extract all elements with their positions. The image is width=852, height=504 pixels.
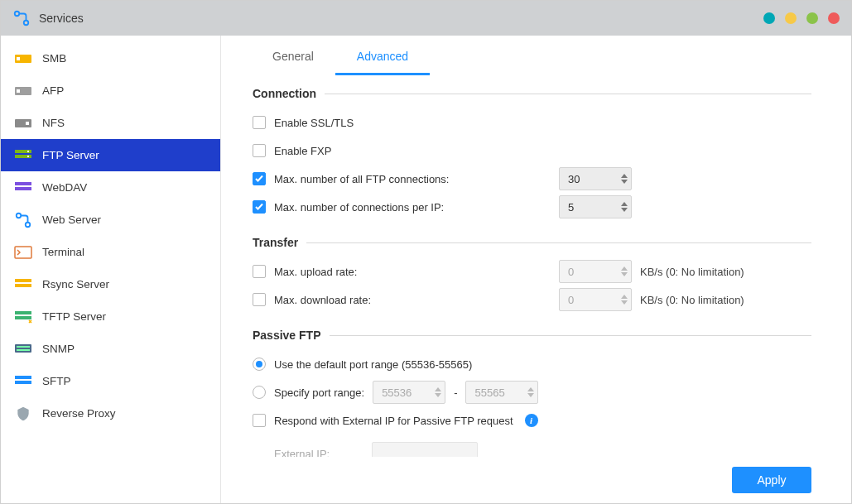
row-max-upload: Max. upload rate: 0 KB/s (0: No limitati… xyxy=(253,257,811,286)
row-respond-external-ip: Respond with External IP for Passive FTP… xyxy=(253,406,811,434)
suffix-upload: KB/s (0: No limitation) xyxy=(640,266,744,278)
content-scroll[interactable]: Connection Enable SSL/TLS Enable FXP Max… xyxy=(221,75,843,457)
snmp-icon xyxy=(14,343,32,356)
svg-rect-11 xyxy=(27,156,29,157)
window-dot-2[interactable] xyxy=(785,12,797,24)
sidebar-item-label: Rsync Server xyxy=(42,278,109,290)
tab-general[interactable]: General xyxy=(251,50,335,75)
sidebar-item-reverse-proxy[interactable]: Reverse Proxy xyxy=(1,397,220,430)
tabbar: General Advanced xyxy=(221,36,843,75)
titlebar-left: Services xyxy=(12,12,84,25)
spin-port-from[interactable]: 55536 xyxy=(373,381,445,404)
spin-max-upload[interactable]: 0 xyxy=(559,260,632,283)
sidebar-item-label: NFS xyxy=(42,117,65,129)
input-external-ip[interactable] xyxy=(372,442,478,457)
window-dot-3[interactable] xyxy=(806,12,818,24)
checkbox-max-download[interactable] xyxy=(253,293,266,306)
spin-max-download[interactable]: 0 xyxy=(559,288,632,311)
stepper-arrows-icon[interactable] xyxy=(527,387,534,397)
proxy-icon xyxy=(14,407,32,420)
services-window: Services SMB AFP NFS xyxy=(0,0,852,504)
legend-connection: Connection xyxy=(253,87,325,100)
ftp-icon xyxy=(14,149,32,162)
spin-max-all-value: 30 xyxy=(568,173,580,185)
nfs-icon xyxy=(14,117,32,130)
app-icon xyxy=(12,12,31,25)
row-external-ip: External IP: xyxy=(253,439,811,457)
sidebar-item-rsync-server[interactable]: Rsync Server xyxy=(1,268,220,300)
checkbox-respond-external-ip[interactable] xyxy=(253,414,266,427)
row-use-default-range: Use the default port range (55536-55565) xyxy=(253,350,811,378)
row-specify-range: Specify port range: 55536 - 55565 xyxy=(253,378,811,406)
spin-port-to[interactable]: 55565 xyxy=(465,381,538,404)
terminal-icon xyxy=(14,246,32,259)
checkbox-max-ip[interactable] xyxy=(253,200,266,214)
checkbox-enable-fxp[interactable] xyxy=(253,144,266,157)
apply-button[interactable]: Apply xyxy=(732,467,811,493)
main-panel: General Advanced Connection Enable SSL/T… xyxy=(221,36,851,503)
tab-advanced[interactable]: Advanced xyxy=(335,50,430,75)
radio-use-default-range[interactable] xyxy=(253,358,266,371)
stepper-arrows-icon[interactable] xyxy=(621,202,628,212)
sidebar-item-sftp[interactable]: SFTP xyxy=(1,365,220,397)
svg-rect-18 xyxy=(15,284,31,287)
label-max-download: Max. download rate: xyxy=(274,294,371,306)
section-connection: Connection Enable SSL/TLS Enable FXP Max… xyxy=(253,87,811,221)
sidebar-item-snmp[interactable]: SNMP xyxy=(1,333,220,365)
sidebar-item-nfs[interactable]: NFS xyxy=(1,107,220,139)
svg-rect-10 xyxy=(27,151,29,152)
window-title: Services xyxy=(39,12,84,25)
sidebar-item-afp[interactable]: AFP xyxy=(1,74,220,107)
stepper-arrows-icon[interactable] xyxy=(435,387,441,397)
sidebar-item-label: Web Server xyxy=(42,214,101,226)
window-dot-4[interactable] xyxy=(828,12,840,24)
sidebar-item-tftp-server[interactable]: TFTP Server xyxy=(1,300,220,333)
sidebar-item-ftp-server[interactable]: FTP Server xyxy=(1,139,220,171)
label-max-ip: Max. number of connections per IP: xyxy=(274,201,444,214)
stepper-arrows-icon[interactable] xyxy=(621,266,628,276)
webdav-icon xyxy=(14,181,32,194)
label-enable-ssl: Enable SSL/TLS xyxy=(274,117,354,129)
suffix-download: KB/s (0: No limitation) xyxy=(640,294,744,306)
label-max-all: Max. number of all FTP connections: xyxy=(274,173,449,185)
checkbox-max-upload[interactable] xyxy=(253,265,266,278)
smb-icon xyxy=(14,52,32,65)
window-controls xyxy=(763,12,840,24)
svg-rect-23 xyxy=(17,349,30,351)
window-dot-1[interactable] xyxy=(763,12,775,24)
sidebar-item-smb[interactable]: SMB xyxy=(1,42,220,74)
row-max-ip: Max. number of connections per IP: 5 xyxy=(253,193,811,221)
sidebar: SMB AFP NFS FTP Server WebDAV Web Server xyxy=(1,36,221,503)
stepper-arrows-icon[interactable] xyxy=(621,174,628,184)
row-enable-ssl: Enable SSL/TLS xyxy=(253,108,811,137)
row-max-download: Max. download rate: 0 KB/s (0: No limita… xyxy=(253,286,811,314)
webserver-icon xyxy=(14,214,32,227)
svg-rect-24 xyxy=(15,376,31,379)
sidebar-item-label: SNMP xyxy=(42,343,75,355)
spin-max-ip[interactable]: 5 xyxy=(559,195,632,218)
checkbox-enable-ssl[interactable] xyxy=(253,116,266,129)
svg-point-15 xyxy=(26,222,31,227)
svg-rect-20 xyxy=(15,316,31,319)
port-range-dash: - xyxy=(454,386,457,399)
sidebar-item-web-server[interactable]: Web Server xyxy=(1,204,220,236)
svg-rect-12 xyxy=(15,182,31,185)
label-enable-fxp: Enable FXP xyxy=(274,145,331,157)
legend-passive-ftp: Passive FTP xyxy=(253,329,330,342)
svg-rect-19 xyxy=(15,311,31,314)
sidebar-item-webdav[interactable]: WebDAV xyxy=(1,171,220,204)
titlebar: Services xyxy=(1,1,851,36)
info-icon[interactable]: i xyxy=(525,414,538,427)
label-use-default-range: Use the default port range (55536-55565) xyxy=(274,358,472,371)
checkbox-max-all[interactable] xyxy=(253,172,266,185)
sftp-icon xyxy=(14,375,32,388)
stepper-arrows-icon[interactable] xyxy=(621,295,628,305)
footer: Apply xyxy=(221,457,843,503)
spin-port-from-value: 55536 xyxy=(382,386,412,399)
radio-specify-range[interactable] xyxy=(253,386,266,399)
svg-rect-22 xyxy=(17,346,30,348)
sidebar-item-label: SMB xyxy=(42,52,66,65)
spin-max-all[interactable]: 30 xyxy=(559,167,632,190)
sidebar-item-terminal[interactable]: Terminal xyxy=(1,236,220,268)
spin-max-upload-value: 0 xyxy=(568,266,574,278)
